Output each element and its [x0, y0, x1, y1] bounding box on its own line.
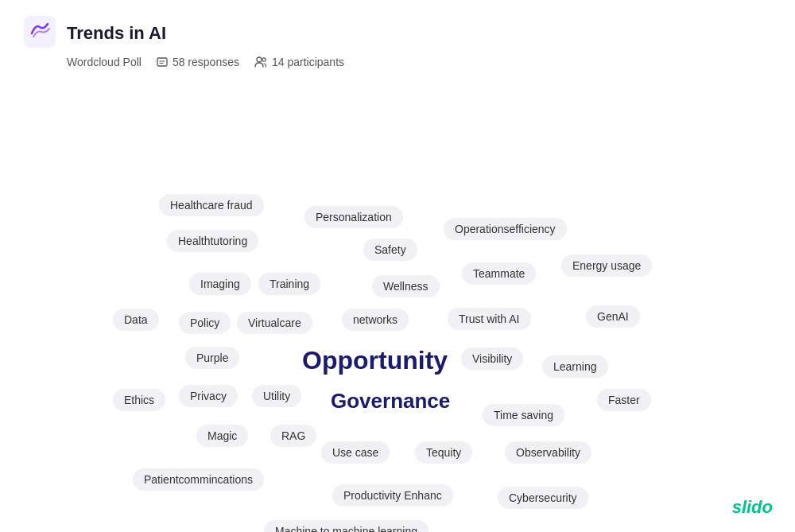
word-tag: networks — [342, 309, 409, 331]
participants-count: 14 participants — [254, 56, 344, 68]
word-tag: Ethics — [113, 389, 165, 411]
word-tag: Trust with AI — [448, 308, 531, 330]
word-tag: Operationsefficiency — [444, 218, 567, 240]
word-tag: Governance — [324, 386, 456, 417]
word-tag: Productivity Enhanc — [332, 484, 453, 507]
word-tag: Cybersecurity — [498, 487, 588, 509]
word-tag: Virtualcare — [237, 312, 312, 334]
word-tag: Energy usage — [561, 254, 652, 277]
word-tag: GenAI — [586, 305, 640, 328]
word-tag: Privacy — [179, 385, 238, 407]
word-tag: Utility — [252, 385, 301, 407]
word-tag: Visibility — [461, 348, 523, 370]
svg-point-3 — [262, 58, 266, 61]
poll-type: Wordcloud Poll — [67, 56, 142, 68]
header: Trends in AI — [0, 0, 795, 56]
page-title: Trends in AI — [67, 23, 166, 44]
wordcloud-area: Healthcare fraudPersonalizationOperation… — [0, 76, 795, 522]
logo-icon — [24, 16, 56, 51]
header-text: Trends in AI — [67, 23, 166, 44]
word-tag: Time saving — [483, 404, 564, 426]
svg-point-2 — [257, 57, 262, 62]
word-tag: Learning — [542, 355, 608, 378]
word-tag: Training — [258, 273, 320, 295]
word-tag: Observability — [505, 441, 591, 464]
svg-rect-1 — [157, 58, 167, 66]
responses-count: 58 responses — [156, 56, 239, 68]
word-tag: Opportunity — [296, 343, 454, 379]
word-tag: Healthtutoring — [167, 230, 258, 252]
word-tag: Teammate — [462, 262, 536, 285]
word-tag: Machine to machine learning — [264, 520, 429, 532]
word-tag: RAG — [270, 425, 316, 447]
slido-brand: slido — [732, 497, 773, 518]
word-tag: Healthcare fraud — [159, 194, 264, 216]
word-tag: Purple — [185, 347, 239, 369]
word-tag: Patientcommincations — [133, 468, 264, 491]
word-tag: Tequity — [415, 441, 472, 464]
word-tag: Magic — [196, 425, 248, 447]
word-tag: Faster — [597, 389, 651, 411]
word-tag: Data — [113, 309, 159, 331]
header-meta: Wordcloud Poll 58 responses 14 participa… — [0, 56, 795, 68]
word-tag: Policy — [179, 312, 231, 334]
word-tag: Safety — [363, 239, 417, 261]
word-tag: Imaging — [189, 273, 251, 295]
word-tag: Personalization — [304, 206, 403, 228]
word-tag: Wellness — [372, 275, 440, 297]
word-tag: Use case — [321, 441, 390, 464]
